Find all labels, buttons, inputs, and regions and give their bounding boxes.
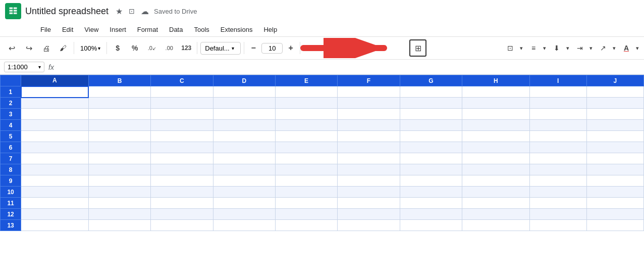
- table-cell[interactable]: [21, 120, 89, 131]
- table-cell[interactable]: [151, 187, 213, 198]
- table-cell[interactable]: [151, 131, 213, 142]
- table-cell[interactable]: [586, 142, 643, 153]
- menu-insert[interactable]: Insert: [104, 24, 131, 35]
- table-cell[interactable]: [586, 98, 643, 109]
- col-header-a[interactable]: A: [21, 75, 89, 86]
- table-cell[interactable]: [21, 153, 89, 164]
- font-size-control[interactable]: 10: [261, 43, 283, 54]
- table-cell[interactable]: [462, 131, 530, 142]
- font-size-input[interactable]: 10: [265, 44, 279, 52]
- row-header-4[interactable]: 4: [1, 120, 21, 131]
- row-header-11[interactable]: 11: [1, 198, 21, 209]
- table-cell[interactable]: [586, 198, 643, 209]
- table-cell[interactable]: [21, 209, 89, 220]
- table-cell[interactable]: [462, 175, 530, 187]
- row-header-1[interactable]: 1: [1, 86, 21, 98]
- table-cell[interactable]: [400, 86, 462, 98]
- table-cell[interactable]: [338, 164, 400, 175]
- table-cell[interactable]: [338, 175, 400, 187]
- row-header-6[interactable]: 6: [1, 142, 21, 153]
- table-cell[interactable]: [586, 86, 643, 98]
- doc-title[interactable]: Untitled spreadsheet: [25, 6, 109, 17]
- table-cell[interactable]: [88, 153, 150, 164]
- table-cell[interactable]: [462, 153, 530, 164]
- table-cell[interactable]: [213, 98, 275, 109]
- table-cell[interactable]: [213, 220, 275, 231]
- valign-button[interactable]: ⬇: [549, 40, 564, 56]
- table-cell[interactable]: [529, 131, 586, 142]
- col-header-b[interactable]: B: [88, 75, 150, 86]
- font-family-select[interactable]: Defaul... ▾: [200, 42, 241, 55]
- table-cell[interactable]: [275, 198, 337, 209]
- table-cell[interactable]: [88, 142, 150, 153]
- table-cell[interactable]: [21, 142, 89, 153]
- col-header-j[interactable]: J: [586, 75, 643, 86]
- row-header-7[interactable]: 7: [1, 153, 21, 164]
- table-cell[interactable]: [529, 220, 586, 231]
- table-cell[interactable]: [213, 198, 275, 209]
- table-cell[interactable]: [151, 86, 213, 98]
- table-cell[interactable]: [88, 98, 150, 109]
- table-cell[interactable]: [400, 175, 462, 187]
- table-cell[interactable]: [151, 198, 213, 209]
- table-cell[interactable]: [88, 175, 150, 187]
- table-cell[interactable]: [400, 120, 462, 131]
- table-cell[interactable]: [400, 198, 462, 209]
- table-cell[interactable]: [21, 220, 89, 231]
- table-cell[interactable]: [21, 198, 89, 209]
- table-cell[interactable]: [275, 209, 337, 220]
- row-header-10[interactable]: 10: [1, 187, 21, 198]
- table-cell[interactable]: [275, 142, 337, 153]
- table-cell[interactable]: [586, 153, 643, 164]
- row-header-3[interactable]: 3: [1, 109, 21, 120]
- table-cell[interactable]: [21, 187, 89, 198]
- table-cell[interactable]: [151, 209, 213, 220]
- table-cell[interactable]: [88, 220, 150, 231]
- table-cell[interactable]: [529, 175, 586, 187]
- table-cell[interactable]: [586, 164, 643, 175]
- table-cell[interactable]: [213, 109, 275, 120]
- table-cell[interactable]: [400, 153, 462, 164]
- table-cell[interactable]: [275, 175, 337, 187]
- menu-data[interactable]: Data: [164, 24, 188, 35]
- table-cell[interactable]: [529, 209, 586, 220]
- menu-view[interactable]: View: [79, 24, 103, 35]
- rotate-button[interactable]: ↗: [596, 40, 611, 56]
- table-cell[interactable]: [529, 109, 586, 120]
- table-cell[interactable]: [586, 209, 643, 220]
- valign-dropdown[interactable]: ▾: [565, 40, 570, 56]
- menu-tools[interactable]: Tools: [189, 24, 214, 35]
- table-cell[interactable]: [338, 142, 400, 153]
- table-cell[interactable]: [529, 86, 586, 98]
- table-cell[interactable]: [338, 187, 400, 198]
- table-cell[interactable]: [338, 220, 400, 231]
- table-cell[interactable]: [462, 198, 530, 209]
- menu-help[interactable]: Help: [258, 24, 282, 35]
- zoom-control[interactable]: 100% ▾: [77, 42, 103, 54]
- table-cell[interactable]: [400, 220, 462, 231]
- table-cell[interactable]: [275, 131, 337, 142]
- font-size-increase-button[interactable]: +: [285, 42, 297, 54]
- table-cell[interactable]: [529, 198, 586, 209]
- table-cell[interactable]: [213, 187, 275, 198]
- table-cell[interactable]: [213, 153, 275, 164]
- table-cell[interactable]: [586, 109, 643, 120]
- table-cell[interactable]: [275, 164, 337, 175]
- table-cell[interactable]: [275, 187, 337, 198]
- table-cell[interactable]: [462, 109, 530, 120]
- table-cell[interactable]: [586, 120, 643, 131]
- table-cell[interactable]: [529, 120, 586, 131]
- row-header-2[interactable]: 2: [1, 98, 21, 109]
- undo-button[interactable]: ↩: [4, 40, 19, 56]
- menu-edit[interactable]: Edit: [57, 24, 78, 35]
- halign-dropdown[interactable]: ▾: [542, 40, 547, 56]
- star-icon[interactable]: ★: [116, 7, 123, 16]
- menu-format[interactable]: Format: [132, 24, 163, 35]
- table-cell[interactable]: [213, 131, 275, 142]
- table-cell[interactable]: [275, 153, 337, 164]
- currency-button[interactable]: $: [110, 40, 125, 56]
- wrap-dropdown[interactable]: ▾: [588, 40, 594, 56]
- percent-button[interactable]: %: [127, 40, 142, 56]
- table-cell[interactable]: [21, 164, 89, 175]
- formula-input[interactable]: [58, 63, 640, 71]
